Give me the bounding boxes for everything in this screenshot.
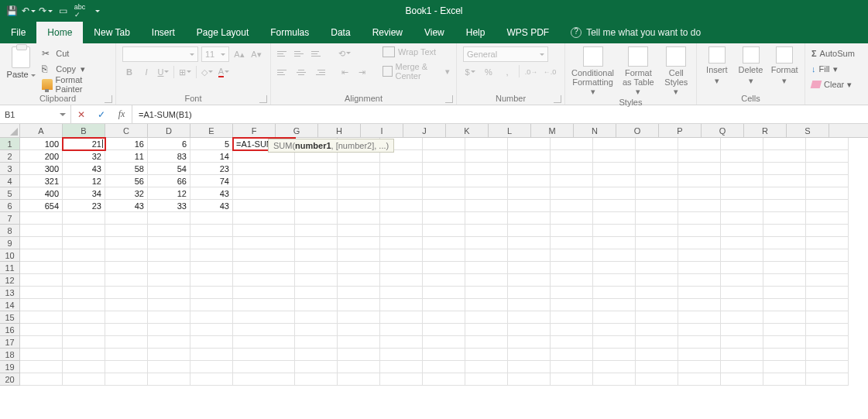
align-middle-icon[interactable] — [294, 47, 308, 60]
cell-R1[interactable] — [763, 138, 806, 150]
cell-Q5[interactable] — [721, 187, 763, 200]
align-top-icon[interactable] — [277, 47, 291, 60]
cell-O6[interactable] — [636, 200, 678, 212]
cell-D3[interactable]: 54 — [148, 163, 190, 175]
cell-B9[interactable] — [63, 237, 105, 249]
tab-file[interactable]: File — [0, 22, 36, 43]
cell-L7[interactable] — [508, 212, 551, 225]
format-cells-button[interactable]: Format▾ — [770, 46, 798, 86]
spellcheck-icon[interactable]: abc✓ — [73, 4, 87, 18]
cell-J6[interactable] — [423, 200, 465, 212]
cell-S17[interactable] — [806, 336, 849, 349]
cell-P18[interactable] — [678, 349, 721, 361]
cell-J2[interactable] — [423, 150, 465, 163]
cell-A1[interactable]: 100 — [20, 138, 63, 150]
column-header-I[interactable]: I — [361, 124, 403, 137]
cell-C7[interactable] — [105, 212, 148, 225]
cell-M19[interactable] — [551, 361, 593, 373]
cell-B7[interactable] — [63, 212, 105, 225]
cell-S1[interactable] — [806, 138, 849, 150]
cell-G7[interactable] — [295, 212, 338, 225]
cell-F3[interactable] — [233, 163, 295, 175]
cell-O15[interactable] — [636, 311, 678, 324]
cell-H13[interactable] — [338, 287, 380, 299]
cell-E17[interactable] — [190, 336, 233, 349]
row-header-15[interactable]: 15 — [0, 311, 20, 324]
cell-J18[interactable] — [423, 349, 465, 361]
cell-F15[interactable] — [233, 311, 295, 324]
cell-O5[interactable] — [636, 187, 678, 200]
fill-color-button[interactable]: ◇ — [200, 65, 214, 79]
cell-P12[interactable] — [678, 274, 721, 287]
tab-page-layout[interactable]: Page Layout — [186, 22, 259, 43]
cell-E7[interactable] — [190, 212, 233, 225]
decrease-indent-icon[interactable]: ⇤ — [338, 65, 352, 79]
cell-B10[interactable] — [63, 249, 105, 262]
cell-B12[interactable] — [63, 274, 105, 287]
cell-J5[interactable] — [423, 187, 465, 200]
cell-B15[interactable] — [63, 311, 105, 324]
cell-A4[interactable]: 321 — [20, 175, 63, 187]
cell-H14[interactable] — [338, 299, 380, 311]
cell-A6[interactable]: 654 — [20, 200, 63, 212]
cell-S9[interactable] — [806, 237, 849, 249]
cell-H17[interactable] — [338, 336, 380, 349]
delete-cells-button[interactable]: Delete▾ — [737, 46, 765, 86]
cell-D15[interactable] — [148, 311, 190, 324]
column-header-F[interactable]: F — [233, 124, 276, 137]
cell-S4[interactable] — [806, 175, 849, 187]
cell-L1[interactable] — [508, 138, 551, 150]
cell-C18[interactable] — [105, 349, 148, 361]
cell-A19[interactable] — [20, 361, 63, 373]
cell-K20[interactable] — [465, 373, 508, 386]
cell-I8[interactable] — [380, 225, 423, 237]
cell-A13[interactable] — [20, 287, 63, 299]
cell-S16[interactable] — [806, 324, 849, 336]
cell-O7[interactable] — [636, 212, 678, 225]
cell-H12[interactable] — [338, 274, 380, 287]
cell-D4[interactable]: 66 — [148, 175, 190, 187]
cell-E2[interactable]: 14 — [190, 150, 233, 163]
cell-R17[interactable] — [763, 336, 806, 349]
row-header-16[interactable]: 16 — [0, 324, 20, 336]
cell-M11[interactable] — [551, 262, 593, 274]
cell-Q7[interactable] — [721, 212, 763, 225]
cell-I19[interactable] — [380, 361, 423, 373]
cell-P2[interactable] — [678, 150, 721, 163]
font-color-button[interactable]: A — [217, 65, 231, 79]
cell-E19[interactable] — [190, 361, 233, 373]
cell-I11[interactable] — [380, 262, 423, 274]
cell-R7[interactable] — [763, 212, 806, 225]
cell-F5[interactable] — [233, 187, 295, 200]
cell-N3[interactable] — [593, 163, 636, 175]
cell-B19[interactable] — [63, 361, 105, 373]
row-header-4[interactable]: 4 — [0, 175, 20, 187]
cell-A9[interactable] — [20, 237, 63, 249]
cell-P3[interactable] — [678, 163, 721, 175]
paste-button[interactable]: Paste — [6, 46, 36, 79]
cell-L6[interactable] — [508, 200, 551, 212]
cell-K13[interactable] — [465, 287, 508, 299]
cell-N8[interactable] — [593, 225, 636, 237]
cell-F17[interactable] — [233, 336, 295, 349]
cell-K1[interactable] — [465, 138, 508, 150]
cell-J3[interactable] — [423, 163, 465, 175]
cell-K2[interactable] — [465, 150, 508, 163]
cell-H5[interactable] — [338, 187, 380, 200]
format-as-table-button[interactable]: Format as Table ▾ — [620, 46, 657, 96]
cell-G5[interactable] — [295, 187, 338, 200]
column-header-Q[interactable]: Q — [702, 124, 744, 137]
cell-H4[interactable] — [338, 175, 380, 187]
cell-H11[interactable] — [338, 262, 380, 274]
cell-Q2[interactable] — [721, 150, 763, 163]
cell-N19[interactable] — [593, 361, 636, 373]
cell-S14[interactable] — [806, 299, 849, 311]
cell-B13[interactable] — [63, 287, 105, 299]
cell-L19[interactable] — [508, 361, 551, 373]
cell-A14[interactable] — [20, 299, 63, 311]
cell-B17[interactable] — [63, 336, 105, 349]
cell-J11[interactable] — [423, 262, 465, 274]
italic-button[interactable]: I — [139, 65, 153, 79]
cell-C16[interactable] — [105, 324, 148, 336]
cell-R19[interactable] — [763, 361, 806, 373]
